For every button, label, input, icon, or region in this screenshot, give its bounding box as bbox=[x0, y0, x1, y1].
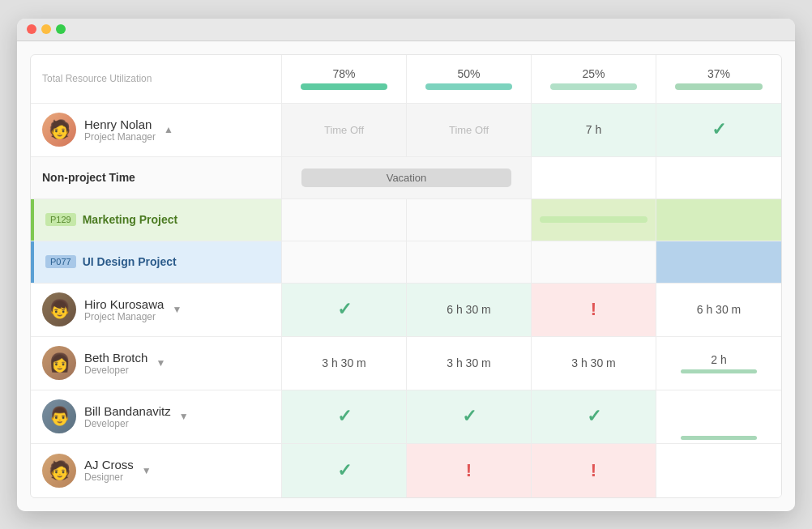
header-row: Total Resource Utilization 78% 50% 25% 3… bbox=[31, 55, 781, 104]
bar-2 bbox=[425, 83, 511, 90]
henry-person-cell: 🧑 Henry Nolan Project Manager ▲ bbox=[31, 104, 282, 156]
beth-name: Beth Brotch bbox=[84, 351, 147, 365]
marketing-col-2 bbox=[407, 199, 532, 241]
henry-timeoff-1: Time Off bbox=[324, 124, 364, 136]
marketing-col-3 bbox=[532, 199, 656, 241]
close-btn[interactable] bbox=[27, 24, 36, 34]
henry-timeoff-2: Time Off bbox=[449, 124, 489, 136]
beth-col-1: 3 h 30 m bbox=[282, 337, 407, 390]
ui-badge: P077 bbox=[45, 255, 76, 268]
person-row-aj: 🧑 AJ Cross Designer ▼ ✓ ! bbox=[31, 444, 781, 497]
aj-avatar: 🧑 bbox=[42, 454, 76, 488]
henry-col-1: Time Off bbox=[282, 104, 407, 156]
henry-hours: 7 h bbox=[586, 123, 601, 136]
ui-col-3 bbox=[532, 241, 656, 283]
bill-name: Bill Bandanavitz bbox=[84, 404, 171, 418]
henry-col-3: 7 h bbox=[532, 104, 656, 156]
beth-hours-1: 3 h 30 m bbox=[322, 356, 365, 369]
pct-3: 25% bbox=[582, 67, 605, 80]
henry-role: Project Manager bbox=[84, 131, 156, 143]
beth-avatar: 👩 bbox=[42, 346, 76, 380]
bill-col-4 bbox=[656, 390, 781, 443]
ui-col-2 bbox=[407, 241, 532, 283]
ui-design-row: P077 UI Design Project bbox=[31, 241, 781, 284]
minimize-btn[interactable] bbox=[41, 24, 51, 34]
main-content: Total Resource Utilization 78% 50% 25% 3… bbox=[17, 41, 795, 511]
nonproj-label-cell: Non-project Time bbox=[31, 157, 282, 198]
person-row-hiro: 👦 Hiro Kurosawa Project Manager ▼ ✓ 6 h … bbox=[31, 284, 781, 337]
bill-avatar: 👨 bbox=[42, 399, 76, 433]
ui-col-4 bbox=[656, 241, 781, 283]
bill-check-1: ✓ bbox=[337, 406, 352, 427]
beth-person-cell: 👩 Beth Brotch Developer ▼ bbox=[31, 337, 282, 390]
person-row-beth: 👩 Beth Brotch Developer ▼ 3 h 30 m 3 h 3… bbox=[31, 337, 781, 390]
bar-4 bbox=[675, 83, 762, 90]
beth-hours-4: 2 h bbox=[711, 353, 726, 366]
bill-role: Developer bbox=[84, 418, 171, 429]
bill-col-2: ✓ bbox=[407, 390, 532, 443]
bill-chevron[interactable]: ▼ bbox=[179, 411, 189, 422]
aj-role: Designer bbox=[84, 471, 134, 483]
beth-hours-3: 3 h 30 m bbox=[571, 356, 615, 369]
aj-col-2: ! bbox=[407, 444, 532, 497]
henry-chevron[interactable]: ▲ bbox=[164, 124, 173, 135]
aj-details: AJ Cross Designer bbox=[84, 458, 134, 483]
henry-details: Henry Nolan Project Manager bbox=[84, 117, 156, 143]
bill-info: 👨 Bill Bandanavitz Developer ▼ bbox=[42, 399, 192, 433]
nonproj-vacation-span: Vacation bbox=[282, 157, 532, 198]
henry-info: 🧑 Henry Nolan Project Manager ▲ bbox=[42, 113, 177, 147]
ui-label-cell[interactable]: P077 UI Design Project bbox=[31, 241, 282, 283]
hiro-details: Hiro Kurosawa Project Manager bbox=[84, 297, 164, 322]
henry-col-4: ✓ bbox=[656, 104, 781, 156]
app-window: Total Resource Utilization 78% 50% 25% 3… bbox=[17, 19, 795, 511]
hiro-avatar: 👦 bbox=[42, 292, 76, 326]
total-resource-label: Total Resource Utilization bbox=[42, 73, 152, 84]
nonproj-col-4 bbox=[656, 157, 781, 198]
header-col-2: 50% bbox=[407, 55, 532, 103]
hiro-chevron[interactable]: ▼ bbox=[172, 304, 182, 315]
maximize-btn[interactable] bbox=[56, 24, 66, 34]
marketing-label-cell[interactable]: P129 Marketing Project bbox=[31, 199, 282, 241]
aj-col-4 bbox=[656, 444, 781, 497]
pct-4: 37% bbox=[707, 67, 730, 80]
aj-chevron[interactable]: ▼ bbox=[142, 465, 152, 476]
hiro-col-1: ✓ bbox=[282, 284, 407, 336]
aj-col-1: ✓ bbox=[282, 444, 407, 497]
beth-chevron[interactable]: ▼ bbox=[156, 357, 165, 369]
ui-bar bbox=[656, 241, 781, 283]
header-col-4: 37% bbox=[656, 55, 781, 103]
ui-name: UI Design Project bbox=[83, 255, 177, 268]
bar-3 bbox=[550, 83, 636, 90]
aj-warn-2: ! bbox=[591, 460, 596, 481]
marketing-bar bbox=[540, 216, 647, 223]
marketing-badge: P129 bbox=[45, 213, 76, 226]
beth-col-2: 3 h 30 m bbox=[407, 337, 532, 390]
aj-check: ✓ bbox=[337, 460, 352, 481]
bill-check-3: ✓ bbox=[587, 406, 601, 427]
beth-bar bbox=[681, 369, 757, 373]
beth-col-3: 3 h 30 m bbox=[532, 337, 656, 390]
aj-warn-1: ! bbox=[466, 460, 472, 481]
henry-check: ✓ bbox=[712, 119, 726, 140]
beth-col-4: 2 h bbox=[656, 337, 781, 390]
marketing-row: P129 Marketing Project bbox=[31, 199, 781, 241]
header-label-cell: Total Resource Utilization bbox=[31, 55, 282, 103]
henry-name: Henry Nolan bbox=[84, 117, 156, 131]
henry-avatar: 🧑 bbox=[42, 113, 76, 147]
resource-grid: Total Resource Utilization 78% 50% 25% 3… bbox=[30, 54, 782, 498]
beth-hours-2: 3 h 30 m bbox=[447, 356, 490, 369]
hiro-warn: ! bbox=[591, 299, 596, 320]
hiro-hours: 6 h 30 m bbox=[447, 303, 490, 316]
beth-role: Developer bbox=[84, 365, 147, 376]
hiro-info: 👦 Hiro Kurosawa Project Manager ▼ bbox=[42, 292, 185, 326]
person-row-henry: 🧑 Henry Nolan Project Manager ▲ Time Off… bbox=[31, 104, 781, 157]
hiro-person-cell: 👦 Hiro Kurosawa Project Manager ▼ bbox=[31, 284, 282, 336]
titlebar bbox=[17, 19, 795, 41]
header-col-3: 25% bbox=[532, 55, 656, 103]
header-col-1: 78% bbox=[282, 55, 407, 103]
aj-person-cell: 🧑 AJ Cross Designer ▼ bbox=[31, 444, 282, 497]
hiro-col-2: 6 h 30 m bbox=[407, 284, 532, 336]
hiro-col-3: ! bbox=[532, 284, 656, 336]
vacation-text: Vacation bbox=[387, 172, 427, 184]
bill-person-cell: 👨 Bill Bandanavitz Developer ▼ bbox=[31, 390, 282, 443]
